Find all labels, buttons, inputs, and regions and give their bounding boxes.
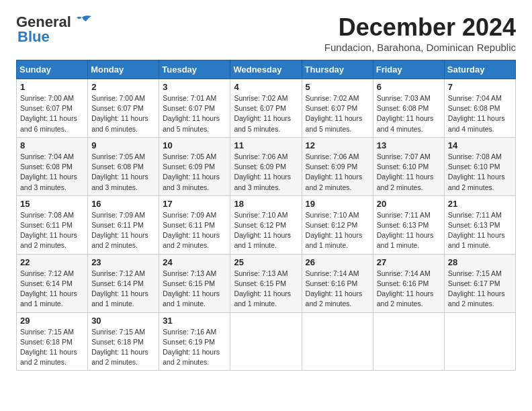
day-number: 15 — [20, 199, 84, 209]
day-number: 24 — [163, 257, 226, 267]
calendar-cell: 9Sunrise: 7:05 AM Sunset: 6:08 PM Daylig… — [88, 137, 159, 195]
day-info: Sunrise: 7:08 AM Sunset: 6:10 PM Dayligh… — [448, 152, 512, 193]
day-info: Sunrise: 7:04 AM Sunset: 6:08 PM Dayligh… — [448, 93, 512, 134]
day-info: Sunrise: 7:12 AM Sunset: 6:14 PM Dayligh… — [20, 269, 84, 310]
calendar-cell: 2Sunrise: 7:00 AM Sunset: 6:07 PM Daylig… — [88, 79, 159, 138]
day-number: 29 — [20, 316, 84, 326]
calendar-cell: 27Sunrise: 7:14 AM Sunset: 6:16 PM Dayli… — [373, 254, 444, 312]
calendar-cell: 5Sunrise: 7:02 AM Sunset: 6:07 PM Daylig… — [302, 79, 373, 138]
day-info: Sunrise: 7:11 AM Sunset: 6:13 PM Dayligh… — [377, 210, 441, 251]
weekday-header-thursday: Thursday — [302, 60, 373, 79]
calendar-cell: 4Sunrise: 7:02 AM Sunset: 6:07 PM Daylig… — [230, 79, 302, 138]
header: General Blue December 2024 Fundacion, Ba… — [16, 13, 516, 53]
calendar-cell: 10Sunrise: 7:05 AM Sunset: 6:09 PM Dayli… — [159, 137, 230, 195]
calendar-cell: 12Sunrise: 7:06 AM Sunset: 6:09 PM Dayli… — [302, 137, 373, 195]
day-info: Sunrise: 7:09 AM Sunset: 6:11 PM Dayligh… — [163, 210, 226, 251]
day-info: Sunrise: 7:07 AM Sunset: 6:10 PM Dayligh… — [377, 152, 441, 193]
calendar-week-1: 1Sunrise: 7:00 AM Sunset: 6:07 PM Daylig… — [17, 79, 516, 138]
calendar-cell: 17Sunrise: 7:09 AM Sunset: 6:11 PM Dayli… — [159, 195, 230, 254]
day-number: 13 — [377, 140, 441, 150]
logo-bird-icon — [73, 15, 93, 30]
weekday-header-sunday: Sunday — [17, 60, 88, 79]
month-title: December 2024 — [324, 13, 516, 42]
weekday-header-monday: Monday — [88, 60, 159, 79]
calendar-body: 1Sunrise: 7:00 AM Sunset: 6:07 PM Daylig… — [17, 79, 516, 371]
calendar-cell: 31Sunrise: 7:16 AM Sunset: 6:19 PM Dayli… — [159, 312, 230, 371]
day-info: Sunrise: 7:05 AM Sunset: 6:09 PM Dayligh… — [163, 152, 226, 193]
day-info: Sunrise: 7:15 AM Sunset: 6:18 PM Dayligh… — [91, 327, 155, 368]
calendar-cell: 19Sunrise: 7:10 AM Sunset: 6:12 PM Dayli… — [302, 195, 373, 254]
day-number: 7 — [448, 82, 512, 92]
calendar-cell — [302, 312, 373, 371]
day-info: Sunrise: 7:02 AM Sunset: 6:07 PM Dayligh… — [234, 93, 298, 134]
day-number: 31 — [163, 316, 226, 326]
day-number: 28 — [448, 257, 512, 267]
day-number: 10 — [163, 140, 226, 150]
logo: General Blue — [16, 13, 93, 46]
calendar-cell: 8Sunrise: 7:04 AM Sunset: 6:08 PM Daylig… — [17, 137, 88, 195]
day-number: 20 — [377, 199, 441, 209]
calendar-cell: 1Sunrise: 7:00 AM Sunset: 6:07 PM Daylig… — [17, 79, 88, 138]
day-number: 19 — [306, 199, 369, 209]
day-info: Sunrise: 7:06 AM Sunset: 6:09 PM Dayligh… — [234, 152, 298, 193]
calendar-cell — [230, 312, 302, 371]
calendar-table: SundayMondayTuesdayWednesdayThursdayFrid… — [16, 60, 516, 371]
day-number: 12 — [306, 140, 369, 150]
day-info: Sunrise: 7:10 AM Sunset: 6:12 PM Dayligh… — [234, 210, 298, 251]
calendar-cell: 20Sunrise: 7:11 AM Sunset: 6:13 PM Dayli… — [373, 195, 444, 254]
calendar-week-2: 8Sunrise: 7:04 AM Sunset: 6:08 PM Daylig… — [17, 137, 516, 195]
day-number: 2 — [91, 82, 155, 92]
subtitle: Fundacion, Barahona, Dominican Republic — [324, 42, 516, 53]
calendar-cell: 26Sunrise: 7:14 AM Sunset: 6:16 PM Dayli… — [302, 254, 373, 312]
day-number: 1 — [20, 82, 84, 92]
day-info: Sunrise: 7:08 AM Sunset: 6:11 PM Dayligh… — [20, 210, 84, 251]
weekday-header-friday: Friday — [373, 60, 444, 79]
weekday-header-saturday: Saturday — [444, 60, 515, 79]
day-number: 3 — [163, 82, 226, 92]
day-info: Sunrise: 7:00 AM Sunset: 6:07 PM Dayligh… — [91, 93, 155, 134]
calendar-cell: 28Sunrise: 7:15 AM Sunset: 6:17 PM Dayli… — [444, 254, 515, 312]
day-number: 27 — [377, 257, 441, 267]
calendar-cell: 3Sunrise: 7:01 AM Sunset: 6:07 PM Daylig… — [159, 79, 230, 138]
calendar-cell: 13Sunrise: 7:07 AM Sunset: 6:10 PM Dayli… — [373, 137, 444, 195]
day-info: Sunrise: 7:01 AM Sunset: 6:07 PM Dayligh… — [163, 93, 226, 134]
calendar-cell — [444, 312, 515, 371]
day-info: Sunrise: 7:05 AM Sunset: 6:08 PM Dayligh… — [91, 152, 155, 193]
day-number: 17 — [163, 199, 226, 209]
day-number: 21 — [448, 199, 512, 209]
day-number: 26 — [306, 257, 369, 267]
calendar-cell: 24Sunrise: 7:13 AM Sunset: 6:15 PM Dayli… — [159, 254, 230, 312]
calendar-cell: 22Sunrise: 7:12 AM Sunset: 6:14 PM Dayli… — [17, 254, 88, 312]
weekday-header-wednesday: Wednesday — [230, 60, 302, 79]
day-info: Sunrise: 7:12 AM Sunset: 6:14 PM Dayligh… — [91, 269, 155, 310]
day-info: Sunrise: 7:03 AM Sunset: 6:08 PM Dayligh… — [377, 93, 441, 134]
title-area: December 2024 Fundacion, Barahona, Domin… — [324, 13, 516, 53]
logo-text-blue: Blue — [17, 28, 50, 46]
day-info: Sunrise: 7:15 AM Sunset: 6:18 PM Dayligh… — [20, 327, 84, 368]
calendar-cell: 30Sunrise: 7:15 AM Sunset: 6:18 PM Dayli… — [88, 312, 159, 371]
day-number: 14 — [448, 140, 512, 150]
day-info: Sunrise: 7:13 AM Sunset: 6:15 PM Dayligh… — [234, 269, 298, 310]
day-info: Sunrise: 7:13 AM Sunset: 6:15 PM Dayligh… — [163, 269, 226, 310]
calendar-cell: 16Sunrise: 7:09 AM Sunset: 6:11 PM Dayli… — [88, 195, 159, 254]
calendar-cell: 21Sunrise: 7:11 AM Sunset: 6:13 PM Dayli… — [444, 195, 515, 254]
calendar-cell: 25Sunrise: 7:13 AM Sunset: 6:15 PM Dayli… — [230, 254, 302, 312]
day-number: 4 — [234, 82, 298, 92]
day-info: Sunrise: 7:10 AM Sunset: 6:12 PM Dayligh… — [306, 210, 369, 251]
day-number: 9 — [91, 140, 155, 150]
calendar-cell: 14Sunrise: 7:08 AM Sunset: 6:10 PM Dayli… — [444, 137, 515, 195]
day-number: 11 — [234, 140, 298, 150]
day-number: 30 — [91, 316, 155, 326]
day-number: 6 — [377, 82, 441, 92]
calendar-week-4: 22Sunrise: 7:12 AM Sunset: 6:14 PM Dayli… — [17, 254, 516, 312]
calendar-header: SundayMondayTuesdayWednesdayThursdayFrid… — [17, 60, 516, 79]
day-info: Sunrise: 7:04 AM Sunset: 6:08 PM Dayligh… — [20, 152, 84, 193]
day-info: Sunrise: 7:16 AM Sunset: 6:19 PM Dayligh… — [163, 327, 226, 368]
day-number: 5 — [306, 82, 369, 92]
day-number: 22 — [20, 257, 84, 267]
day-info: Sunrise: 7:14 AM Sunset: 6:16 PM Dayligh… — [377, 269, 441, 310]
calendar-cell — [373, 312, 444, 371]
weekday-header-row: SundayMondayTuesdayWednesdayThursdayFrid… — [17, 60, 516, 79]
day-info: Sunrise: 7:00 AM Sunset: 6:07 PM Dayligh… — [20, 93, 84, 134]
calendar-cell: 29Sunrise: 7:15 AM Sunset: 6:18 PM Dayli… — [17, 312, 88, 371]
